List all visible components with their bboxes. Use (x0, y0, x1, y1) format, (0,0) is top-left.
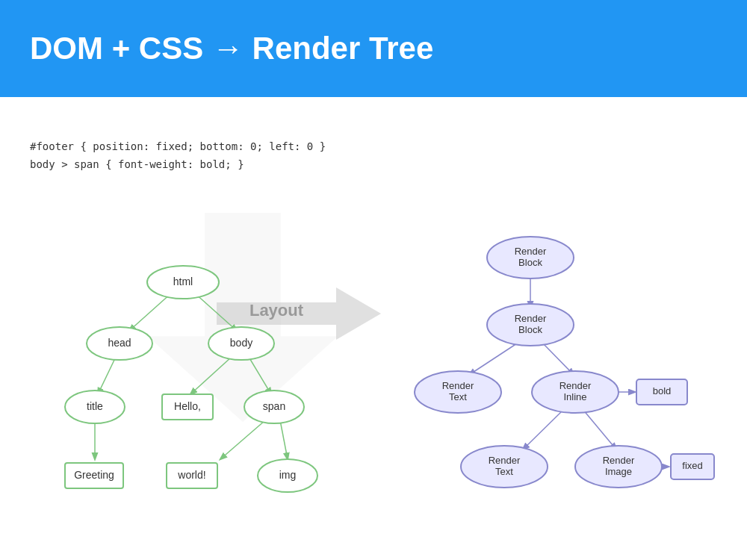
render-block2-label2: Block (518, 324, 542, 335)
line-html-body (194, 293, 237, 331)
render-text2-label2: Text (495, 466, 513, 477)
content-area: #footer { position: fixed; bottom: 0; le… (0, 97, 747, 560)
dom-world-label: world! (177, 469, 205, 481)
css-code-block: #footer { position: fixed; bottom: 0; le… (30, 138, 326, 174)
render-tree: Render Block Render Block Render Text Re… (366, 224, 725, 538)
render-text1-label2: Text (449, 391, 467, 402)
line-body-span (249, 357, 271, 394)
line-rb2-rt1 (469, 342, 519, 375)
line-rb2-ri (542, 342, 574, 375)
line-span-world (220, 420, 265, 459)
line-ri-rimg (583, 409, 616, 449)
dom-body-label: body (230, 337, 252, 349)
render-image-label1: Render (603, 455, 635, 466)
dom-head-label: head (108, 337, 131, 349)
css-line2: body > span { font-weight: bold; } (30, 156, 326, 174)
render-text2-label1: Render (489, 455, 521, 466)
dom-title-label: title (87, 400, 103, 412)
dom-html-label: html (173, 276, 193, 287)
css-line1: #footer { position: fixed; bottom: 0; le… (30, 138, 326, 156)
render-image-label2: Image (605, 466, 632, 477)
render-text1-label1: Render (442, 380, 474, 391)
header: DOM + CSS → Render Tree (0, 0, 747, 97)
line-span-img (280, 420, 288, 459)
dom-hello-label: Hello, (174, 400, 201, 412)
render-block1-label2: Block (518, 257, 542, 268)
dom-tree: html head body title Hello, span Greetin… (41, 246, 325, 530)
render-block1-label1: Render (515, 246, 547, 257)
dom-greeting-label: Greeting (74, 469, 114, 481)
line-head-title (98, 357, 116, 394)
render-inline-label1: Render (560, 380, 592, 391)
page-title: DOM + CSS → Render Tree (30, 31, 433, 66)
render-bold-label: bold (653, 385, 672, 396)
dom-img-label: img (279, 469, 297, 481)
render-fixed-label: fixed (682, 460, 702, 471)
line-ri-rt2 (523, 409, 564, 449)
line-html-head (129, 293, 172, 331)
line-body-hello (190, 357, 232, 394)
render-block2-label1: Render (515, 313, 547, 324)
render-inline-label2: Inline (563, 391, 586, 402)
dom-span-label: span (263, 400, 285, 412)
